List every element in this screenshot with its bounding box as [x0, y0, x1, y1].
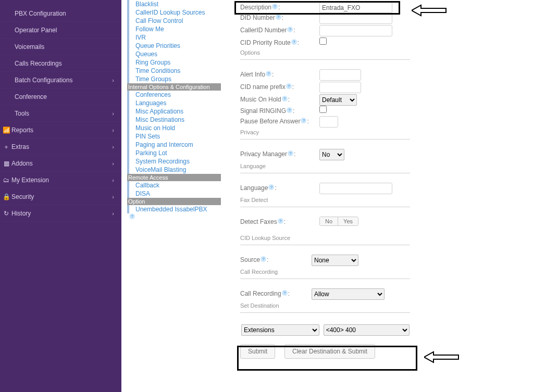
sidebar-item-batch-configurations[interactable]: Batch Configurations› [0, 72, 121, 88]
detect-faxes-no[interactable]: No [320, 217, 338, 225]
sidebar-item-history[interactable]: ↻History› [0, 205, 121, 222]
source-select[interactable]: None [312, 255, 358, 266]
pbx-menu: Blacklist CallerID Lookup Sources Call F… [127, 0, 221, 221]
menu-misc-destinations[interactable]: Misc Destinations [127, 116, 221, 124]
privacy-manager-select[interactable]: No [319, 149, 344, 160]
id-icon: 🗂 [2, 172, 10, 188]
cid-lookup-source-section: CID Lookup Source [234, 233, 526, 243]
alert-info-input[interactable] [319, 69, 361, 81]
menu-time-groups[interactable]: Time Groups [127, 75, 221, 83]
menu-unembedded-issabelpbx[interactable]: Unembedded IssabelPBX [127, 205, 221, 213]
sidebar-item-operator-panel[interactable]: Operator Panel [0, 22, 121, 39]
help-icon[interactable]: ? [291, 39, 297, 45]
callerid-number-label: CallerID Number?: [240, 27, 295, 34]
divider [240, 59, 410, 60]
menu-call-flow-control[interactable]: Call Flow Control [127, 17, 221, 25]
music-on-hold-select[interactable]: Default [319, 94, 357, 106]
destination-value-select[interactable]: <400> 400 [324, 324, 410, 336]
chevron-right-icon: › [112, 105, 114, 122]
help-icon[interactable]: ? [268, 184, 274, 190]
help-icon[interactable]: ? [288, 150, 293, 156]
annotation-arrow-top [412, 3, 448, 18]
blocks-icon: ▦ [2, 155, 10, 172]
destination-type-select[interactable]: Extensions [241, 324, 319, 336]
menu-queues[interactable]: Queues [127, 50, 221, 58]
divider [240, 312, 410, 313]
chevron-right-icon: › [112, 188, 114, 205]
menu-voicemail-blasting[interactable]: VoiceMail Blasting [127, 166, 221, 174]
svg-marker-1 [424, 352, 458, 362]
set-destination-section: Set Destination [234, 301, 526, 310]
menu-languages[interactable]: Languages [127, 99, 221, 107]
svg-marker-0 [412, 5, 446, 16]
menu-pin-sets[interactable]: PIN Sets [127, 132, 221, 141]
help-icon[interactable]: ? [261, 256, 266, 262]
help-icon[interactable]: ? [129, 213, 135, 219]
call-recording-section: Call Recording [234, 267, 526, 276]
lock-icon: 🔒 [2, 188, 10, 205]
cid-name-prefix-input[interactable] [319, 82, 361, 93]
menu-misc-applications[interactable]: Misc Applications [127, 107, 221, 116]
chevron-right-icon: › [112, 205, 114, 222]
annotation-arrow-bottom [424, 350, 461, 364]
did-number-label: DID Number?: [240, 14, 283, 21]
menu-system-recordings[interactable]: System Recordings [127, 157, 221, 166]
menu-ivr[interactable]: IVR [127, 33, 221, 42]
sidebar-item-tools[interactable]: Tools› [0, 105, 121, 122]
menu-conferences[interactable]: Conferences [127, 91, 221, 99]
sidebar-item-pbx-configuration[interactable]: PBX Configuration [0, 5, 121, 22]
menu-ring-groups[interactable]: Ring Groups [127, 58, 221, 67]
help-icon[interactable]: ? [278, 218, 283, 224]
help-icon[interactable]: ? [287, 27, 293, 32]
annotation-highlight-destination [237, 346, 417, 371]
sidebar-item-calls-recordings[interactable]: Calls Recordings [0, 55, 121, 72]
help-icon[interactable]: ? [282, 96, 288, 102]
menu-header-option: Option [127, 198, 221, 205]
menu-parking-lot[interactable]: Parking Lot [127, 149, 221, 157]
menu-callerid-lookup-sources[interactable]: CallerID Lookup Sources [127, 8, 221, 17]
privacy-manager-label: Privacy Manager?: [240, 150, 295, 158]
menu-queue-priorities[interactable]: Queue Priorities [127, 42, 221, 50]
sidebar-item-my-extension[interactable]: 🗂My Extension› [0, 172, 121, 188]
menu-blacklist[interactable]: Blacklist [127, 0, 221, 8]
inbound-route-form: Description?: DID Number?: CallerID Numb… [234, 0, 526, 362]
help-icon[interactable]: ? [287, 107, 292, 113]
sidebar-item-voicemails[interactable]: Voicemails [0, 39, 121, 55]
call-recording-select[interactable]: Allow [312, 288, 385, 300]
menu-paging-intercom[interactable]: Paging and Intercom [127, 141, 221, 149]
chevron-right-icon: › [112, 72, 114, 88]
help-icon[interactable]: ? [282, 290, 288, 296]
menu-callback[interactable]: Callback [127, 181, 221, 189]
language-section: Language [234, 161, 526, 171]
language-input[interactable] [319, 183, 392, 194]
left-sidebar: PBX Configuration Operator Panel Voicema… [0, 0, 121, 392]
menu-music-on-hold[interactable]: Music on Hold [127, 124, 221, 132]
signal-ringing-checkbox[interactable] [319, 106, 327, 113]
sidebar-item-extras[interactable]: ＋Extras› [0, 138, 121, 155]
menu-disa[interactable]: DISA [127, 189, 221, 198]
pause-before-answer-input[interactable] [319, 116, 338, 128]
annotation-highlight-description [234, 1, 400, 15]
help-icon[interactable]: ? [266, 71, 271, 77]
chevron-right-icon: › [112, 155, 114, 172]
chevron-right-icon: › [112, 122, 114, 138]
sidebar-item-security[interactable]: 🔒Security› [0, 188, 121, 205]
sidebar-item-reports[interactable]: 📶Reports› [0, 122, 121, 138]
music-on-hold-label: Music On Hold?: [240, 96, 290, 103]
sidebar-item-addons[interactable]: ▦Addons› [0, 155, 121, 172]
detect-faxes-yes[interactable]: Yes [338, 217, 358, 225]
menu-time-conditions[interactable]: Time Conditions [127, 67, 221, 75]
help-icon[interactable]: ? [276, 14, 281, 20]
menu-follow-me[interactable]: Follow Me [127, 25, 221, 33]
callerid-number-input[interactable] [319, 25, 392, 36]
sidebar-item-conference[interactable]: Conference [0, 88, 121, 105]
detect-faxes-toggle[interactable]: No Yes [319, 217, 358, 226]
plus-icon: ＋ [2, 138, 10, 155]
menu-header-remote-access: Remote Access [127, 174, 221, 181]
divider [240, 245, 410, 245]
fax-detect-section: Fax Detect [234, 195, 526, 205]
divider [240, 139, 410, 140]
cid-priority-route-checkbox[interactable] [319, 37, 327, 45]
help-icon[interactable]: ? [286, 83, 292, 89]
help-icon[interactable]: ? [301, 118, 306, 123]
